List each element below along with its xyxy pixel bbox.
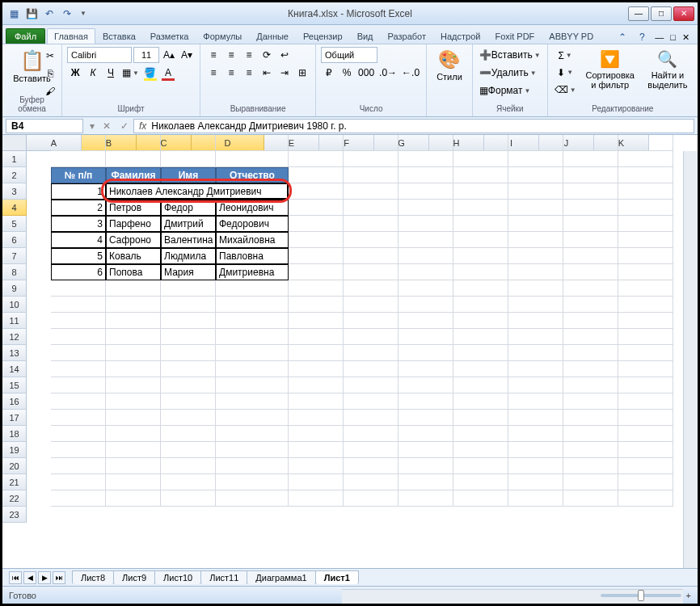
cell[interactable] [51, 377, 106, 393]
cell[interactable] [106, 135, 161, 151]
cell[interactable] [508, 442, 563, 458]
cell[interactable] [344, 135, 398, 151]
cell[interactable] [563, 474, 618, 490]
cell[interactable] [563, 442, 618, 458]
cell[interactable] [453, 167, 508, 183]
cell[interactable] [161, 280, 216, 297]
cell[interactable] [508, 151, 563, 167]
percent-icon[interactable]: % [339, 65, 355, 81]
cell[interactable] [563, 297, 618, 313]
cell[interactable] [344, 474, 398, 490]
cell[interactable] [161, 393, 216, 410]
cell[interactable] [216, 377, 289, 393]
ribbon-tab[interactable]: Разметка [143, 28, 196, 44]
cell[interactable] [216, 280, 289, 297]
undo-icon[interactable]: ↶ [43, 7, 56, 20]
cell[interactable] [106, 458, 161, 474]
cell[interactable] [106, 151, 161, 167]
sheet-nav-prev-icon[interactable]: ◀ [23, 571, 36, 584]
cell[interactable] [618, 216, 673, 232]
table-cell[interactable]: 2 [51, 200, 106, 216]
decrease-font-icon[interactable]: A▾ [179, 47, 195, 63]
ribbon-tab[interactable]: Foxit PDF [487, 28, 542, 44]
cell[interactable] [344, 151, 398, 167]
cell[interactable] [289, 426, 344, 442]
cell[interactable] [453, 183, 508, 200]
cell[interactable] [453, 474, 508, 490]
cell[interactable] [453, 297, 508, 313]
cell[interactable] [398, 151, 453, 167]
worksheet-area[interactable]: 1234567891011121314151617181920212223 AB… [2, 135, 698, 568]
cell[interactable] [508, 393, 563, 410]
cell[interactable] [344, 442, 398, 458]
orientation-icon[interactable]: ⟳ [259, 47, 275, 63]
row-header[interactable]: 17 [2, 410, 27, 426]
cell[interactable] [563, 248, 618, 264]
minimize-ribbon-icon[interactable]: ⌃ [616, 31, 629, 44]
align-top-icon[interactable]: ≡ [205, 47, 221, 63]
ribbon-tab[interactable]: Вид [350, 28, 381, 44]
cell[interactable] [289, 167, 344, 183]
cell[interactable] [508, 183, 563, 200]
cell[interactable] [563, 377, 618, 393]
cell[interactable] [398, 490, 453, 507]
cell[interactable] [563, 280, 618, 297]
doc-minimize-icon[interactable]: — [655, 32, 664, 42]
row-header[interactable]: 10 [2, 297, 27, 313]
cell[interactable] [161, 458, 216, 474]
cell[interactable] [289, 297, 344, 313]
cell[interactable] [508, 377, 563, 393]
cell[interactable] [51, 361, 106, 377]
cell[interactable] [161, 442, 216, 458]
cell[interactable] [453, 151, 508, 167]
cell[interactable] [289, 313, 344, 329]
cell[interactable] [344, 410, 398, 426]
ribbon-tab[interactable]: Главная [47, 28, 95, 44]
doc-restore-icon[interactable]: □ [670, 32, 676, 42]
cell[interactable] [398, 297, 453, 313]
table-cell[interactable]: Петров [106, 200, 161, 216]
cell[interactable] [216, 458, 289, 474]
cell[interactable] [453, 200, 508, 216]
cell[interactable] [618, 329, 673, 345]
align-middle-icon[interactable]: ≡ [223, 47, 239, 63]
cell[interactable] [344, 426, 398, 442]
cell[interactable] [508, 345, 563, 361]
row-header[interactable]: 2 [2, 167, 27, 183]
cell[interactable] [161, 135, 216, 151]
cell[interactable] [106, 329, 161, 345]
cell[interactable] [618, 490, 673, 507]
cell[interactable] [289, 490, 344, 507]
delete-cells-button[interactable]: ➖ Удалить▼ [478, 65, 538, 81]
cell[interactable] [398, 183, 453, 200]
align-left-icon[interactable]: ≡ [205, 65, 221, 81]
cell[interactable] [508, 248, 563, 264]
cell[interactable] [398, 329, 453, 345]
cell[interactable] [289, 200, 344, 216]
cell[interactable] [453, 393, 508, 410]
name-box-dropdown-icon[interactable]: ▾ [86, 120, 98, 132]
row-header[interactable]: 6 [2, 232, 27, 248]
cell[interactable] [216, 151, 289, 167]
cell[interactable] [563, 216, 618, 232]
cell[interactable] [344, 200, 398, 216]
cell[interactable] [618, 345, 673, 361]
cell[interactable] [398, 280, 453, 297]
cell[interactable] [563, 232, 618, 248]
cell[interactable] [289, 280, 344, 297]
cell[interactable] [563, 393, 618, 410]
cell[interactable] [344, 264, 398, 280]
cell[interactable] [106, 361, 161, 377]
cell[interactable] [106, 345, 161, 361]
row-header[interactable]: 13 [2, 345, 27, 361]
table-header-cell[interactable]: Имя [161, 167, 216, 183]
align-bottom-icon[interactable]: ≡ [241, 47, 257, 63]
cell[interactable] [344, 458, 398, 474]
cell[interactable] [618, 426, 673, 442]
align-right-icon[interactable]: ≡ [241, 65, 257, 81]
cell[interactable] [618, 361, 673, 377]
increase-indent-icon[interactable]: ⇥ [276, 65, 293, 81]
cell[interactable] [453, 232, 508, 248]
cell[interactable] [51, 329, 106, 345]
ribbon-tab[interactable]: Вставка [95, 28, 143, 44]
